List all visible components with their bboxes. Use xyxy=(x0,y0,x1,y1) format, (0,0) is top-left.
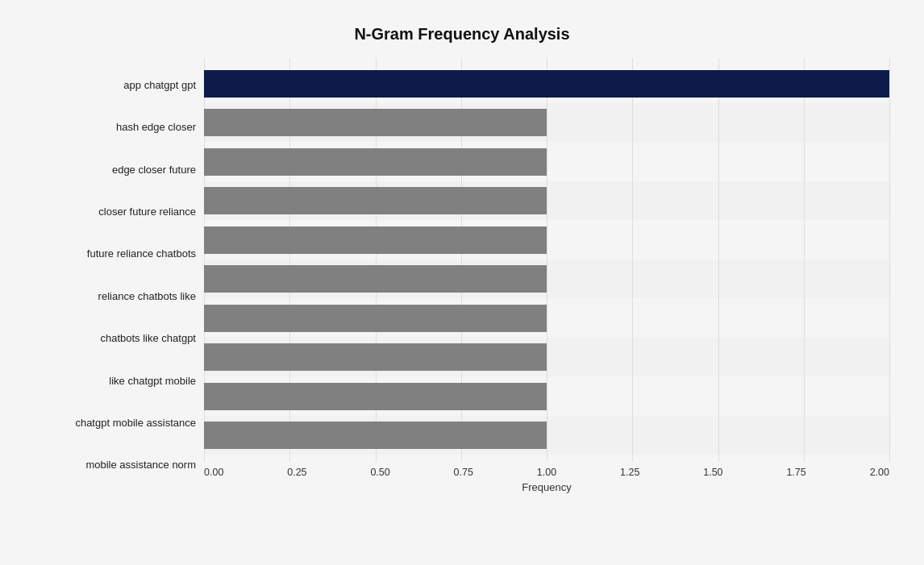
bar-row xyxy=(204,338,889,376)
chart-area: app chatgpt gpthash edge closeredge clos… xyxy=(35,58,889,493)
chart-container: N-Gram Frequency Analysis app chatgpt gp… xyxy=(19,9,905,557)
y-axis-label: like chatgpt mobile xyxy=(109,361,196,400)
x-axis-label: Frequency xyxy=(204,481,889,493)
x-tick: 0.00 xyxy=(204,467,223,478)
bar xyxy=(204,422,547,449)
y-axis-label: reliance chatbots like xyxy=(98,277,196,316)
bar xyxy=(204,109,547,136)
x-axis: 0.000.250.500.751.001.251.501.752.00 xyxy=(204,462,889,478)
y-axis-label: app chatgpt gpt xyxy=(123,66,196,105)
bar xyxy=(204,343,547,371)
bar xyxy=(204,305,547,332)
x-tick: 1.75 xyxy=(786,467,805,478)
bar-row xyxy=(204,299,889,338)
bar-row xyxy=(204,260,889,298)
bar-row xyxy=(204,143,889,181)
x-tick: 1.00 xyxy=(537,467,556,478)
x-tick: 0.50 xyxy=(370,467,389,478)
x-tick: 1.50 xyxy=(703,467,722,478)
y-axis-label: mobile assistance norm xyxy=(85,446,196,484)
bar xyxy=(204,148,547,176)
y-axis: app chatgpt gpthash edge closeredge clos… xyxy=(35,58,204,493)
bar xyxy=(204,265,547,293)
bar xyxy=(204,70,889,98)
bar xyxy=(204,383,547,410)
bar-row xyxy=(204,181,889,220)
bar-row xyxy=(204,64,889,103)
bar xyxy=(204,226,547,254)
y-axis-label: future reliance chatbots xyxy=(87,235,196,273)
x-tick: 0.25 xyxy=(287,467,306,478)
y-axis-label: hash edge closer xyxy=(116,108,196,147)
y-axis-label: edge closer future xyxy=(112,150,196,189)
x-tick: 2.00 xyxy=(870,467,889,478)
y-axis-label: chatgpt mobile assistance xyxy=(75,404,196,442)
y-axis-label: closer future reliance xyxy=(98,193,196,231)
bar-row xyxy=(204,103,889,142)
x-tick: 1.25 xyxy=(620,467,639,478)
plot-area xyxy=(204,58,889,462)
y-axis-label: chatbots like chatgpt xyxy=(100,319,196,358)
bar-row xyxy=(204,416,889,455)
chart-title: N-Gram Frequency Analysis xyxy=(35,25,889,44)
bar-row xyxy=(204,221,889,260)
bar-row xyxy=(204,377,889,416)
grid-line xyxy=(889,58,890,462)
bar xyxy=(204,187,547,214)
bars-container xyxy=(204,58,889,462)
x-tick: 0.75 xyxy=(454,467,473,478)
